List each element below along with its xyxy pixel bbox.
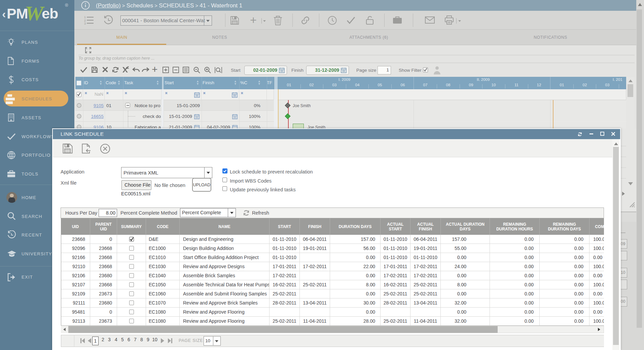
svg-text:1: 1 [84,15,86,19]
svg-text:3: 3 [84,22,86,25]
